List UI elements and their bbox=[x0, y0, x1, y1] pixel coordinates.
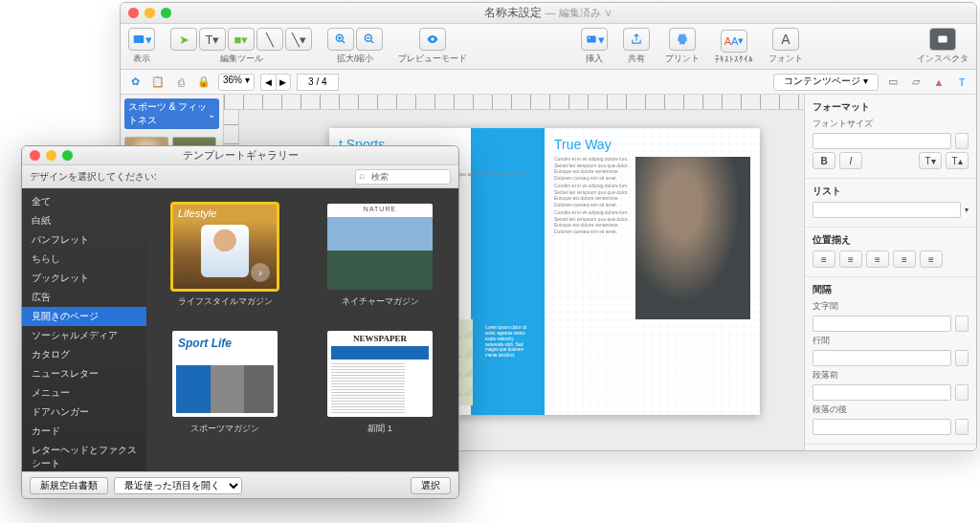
insp-tab-link-icon[interactable]: ▲ bbox=[930, 74, 947, 91]
lock-icon[interactable]: 🔒 bbox=[195, 74, 212, 91]
gallery-sidebar[interactable]: 全て白紙パンフレットちらしブックレット広告見開きのページソーシャルメディアカタロ… bbox=[22, 188, 146, 471]
category-item[interactable]: カタログ bbox=[22, 345, 146, 364]
template-item[interactable]: スポーツマガジン bbox=[162, 331, 288, 435]
text-tool-button[interactable]: T▾ bbox=[199, 28, 226, 51]
tb-print-label: プリント bbox=[665, 53, 700, 65]
pointer-tool-button[interactable]: ➤ bbox=[170, 28, 197, 51]
insp-tab-shape-icon[interactable]: ▱ bbox=[907, 74, 924, 91]
larger-text-button[interactable]: T▴ bbox=[946, 152, 969, 169]
shape-tool-button[interactable]: ■▾ bbox=[228, 28, 255, 51]
template-label: ネイチャーマガジン bbox=[342, 295, 419, 308]
category-item[interactable]: 見開きのページ bbox=[22, 307, 146, 326]
page-next-button[interactable]: ▶ bbox=[276, 74, 291, 91]
gallery-grid[interactable]: ›ライフスタイルマガジンネイチャーマガジンスポーツマガジン新聞 1 bbox=[146, 188, 458, 471]
inspector-panel: フォーマット フォントサイズ B I T▾ T▴ リスト ▾ bbox=[804, 95, 976, 450]
font-size-label: フォントサイズ bbox=[813, 119, 873, 128]
category-dropdown[interactable]: スポーツ & フィットネス bbox=[124, 98, 219, 129]
body-text: Condim et in wi odipsig dolore lum. Sect… bbox=[554, 156, 633, 181]
template-label: ライフスタイルマガジン bbox=[178, 295, 273, 308]
zoom-in-button[interactable] bbox=[327, 28, 354, 51]
font-button[interactable]: A bbox=[772, 28, 799, 51]
font-size-stepper[interactable] bbox=[955, 133, 969, 149]
page-field[interactable] bbox=[297, 74, 339, 91]
share-button[interactable] bbox=[623, 28, 650, 51]
insp-tab-text-icon[interactable]: T bbox=[953, 74, 970, 91]
line-spacing-input[interactable] bbox=[813, 350, 951, 366]
view-button[interactable]: ▾ bbox=[128, 28, 155, 51]
svg-rect-0 bbox=[133, 35, 144, 43]
category-item[interactable]: ブックレット bbox=[22, 269, 146, 288]
para-after-input[interactable] bbox=[813, 419, 951, 435]
content-image bbox=[635, 157, 750, 319]
search-input[interactable] bbox=[355, 169, 451, 185]
align-justify-button[interactable]: ≡ bbox=[893, 251, 916, 268]
char-spacing-input[interactable] bbox=[813, 316, 951, 332]
template-thumbnail: › bbox=[172, 204, 278, 290]
category-item[interactable]: ドアハンガー bbox=[22, 403, 146, 422]
spacing-label: 間隔 bbox=[813, 283, 969, 296]
category-item[interactable]: 広告 bbox=[22, 288, 146, 307]
line-tool-button[interactable]: ╲ bbox=[256, 28, 283, 51]
category-item[interactable]: 白紙 bbox=[22, 211, 146, 230]
category-item[interactable]: レターヘッドとファクスシート bbox=[22, 441, 146, 471]
template-label: スポーツマガジン bbox=[190, 423, 259, 435]
stepper[interactable] bbox=[955, 350, 969, 366]
page-prev-button[interactable]: ◀ bbox=[260, 74, 276, 91]
italic-button[interactable]: I bbox=[839, 152, 862, 169]
search-wrap bbox=[355, 169, 451, 185]
stepper[interactable] bbox=[955, 419, 969, 435]
second-toolbar: ✿ 📋 ⎙ 🔒 36% ▾ ◀ ▶ コンテンツページ ▾ ▭ ▱ ▲ T bbox=[121, 70, 976, 95]
select-button[interactable]: 選択 bbox=[411, 477, 451, 494]
text-style-button[interactable]: AA▾ bbox=[721, 30, 747, 53]
template-item[interactable]: ネイチャーマガジン bbox=[317, 204, 443, 308]
template-item[interactable]: ›ライフスタイルマガジン bbox=[162, 204, 288, 308]
align-center-button[interactable]: ≡ bbox=[839, 251, 862, 268]
inspector-button[interactable] bbox=[929, 28, 956, 51]
star-icon[interactable]: ✿ bbox=[126, 74, 144, 91]
sidebar-callout: Lorem ipsum dolor sit amet, egestas metu… bbox=[481, 319, 535, 405]
stepper[interactable] bbox=[955, 316, 969, 332]
template-item[interactable]: 新聞 1 bbox=[317, 331, 443, 435]
stepper[interactable] bbox=[955, 384, 969, 401]
cube-icon[interactable]: ◉ bbox=[875, 450, 883, 451]
category-item[interactable]: 全て bbox=[22, 192, 146, 211]
category-item[interactable]: ちらし bbox=[22, 250, 146, 269]
line2-tool-button[interactable]: ╲▾ bbox=[285, 28, 312, 51]
tb-inspector-label: インスペクタ bbox=[917, 53, 969, 65]
recent-select[interactable]: 最近使った項目を開く bbox=[114, 477, 242, 494]
grid-icon[interactable]: ⊞ bbox=[899, 450, 906, 451]
category-item[interactable]: ソーシャルメディア bbox=[22, 326, 146, 345]
contents-page-button[interactable]: コンテンツページ ▾ bbox=[773, 74, 879, 91]
template-thumbnail bbox=[327, 204, 433, 290]
category-item[interactable]: パンフレット bbox=[22, 230, 146, 250]
align-left-button[interactable]: ≡ bbox=[813, 251, 835, 268]
insert-button[interactable]: ▾ bbox=[581, 28, 608, 51]
para-before-input[interactable] bbox=[813, 384, 951, 401]
para-after-label: 段落の後 bbox=[813, 404, 847, 414]
category-item[interactable]: メニュー bbox=[22, 383, 146, 403]
toolbar: ▾ 表示 ➤ T▾ ■▾ ╲ ╲▾ 編集ツール 拡大/縮小 プレビューモード bbox=[121, 24, 976, 70]
svg-rect-5 bbox=[938, 36, 947, 43]
list-select[interactable] bbox=[813, 202, 961, 218]
category-item[interactable]: カード bbox=[22, 422, 146, 441]
bold-button[interactable]: B bbox=[813, 152, 835, 169]
body-text: Condim et in wi odipsig dolore lum. Sect… bbox=[554, 209, 633, 234]
align-distribute-button[interactable]: ≡ bbox=[920, 251, 943, 268]
insp-tab-page-icon[interactable]: ▭ bbox=[884, 74, 902, 91]
gallery-footer: 新規空白書類 最近使った項目を開く 選択 bbox=[22, 471, 458, 498]
smaller-text-button[interactable]: T▾ bbox=[919, 152, 942, 169]
page-nav: ◀ ▶ bbox=[260, 74, 291, 91]
category-item[interactable]: ニュースレター bbox=[22, 364, 146, 383]
list-label: リスト bbox=[813, 185, 969, 198]
zoom-out-button[interactable] bbox=[356, 28, 383, 51]
new-blank-button[interactable]: 新規空白書類 bbox=[30, 477, 108, 494]
font-size-input[interactable] bbox=[813, 133, 951, 149]
print-button[interactable] bbox=[669, 28, 696, 51]
print-icon[interactable]: ⎙ bbox=[172, 74, 189, 91]
clipboard-icon[interactable]: 📋 bbox=[149, 74, 167, 91]
preview-button[interactable] bbox=[419, 28, 446, 51]
template-label: 新聞 1 bbox=[368, 423, 392, 435]
tb-font-label: フォント bbox=[768, 53, 803, 65]
zoom-select[interactable]: 36% ▾ bbox=[218, 74, 255, 91]
align-right-button[interactable]: ≡ bbox=[866, 251, 889, 268]
